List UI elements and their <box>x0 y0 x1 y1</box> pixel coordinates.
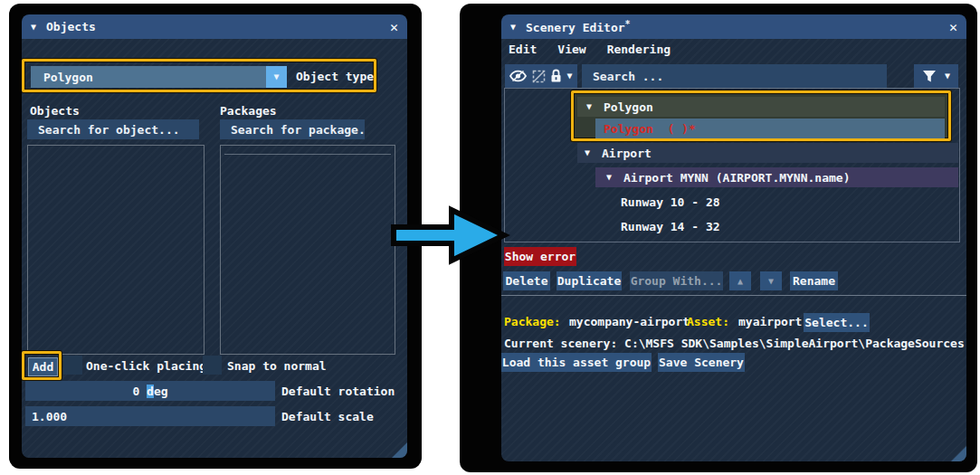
visibility-tool-group: ▼ <box>505 64 577 88</box>
package-label: Package: <box>504 315 561 328</box>
scenery-editor-window-frame: ▼ Scenery Editor* ✕ Edit View Rendering <box>460 4 977 472</box>
rename-label: Rename <box>793 274 835 288</box>
objects-panel: ▼ Objects ✕ Polygon ▼ Object type Object… <box>22 14 407 458</box>
caret-down-icon[interactable]: ▼ <box>586 102 592 111</box>
add-button-label: Add <box>33 360 53 374</box>
filter-funnel-icon[interactable] <box>922 70 937 83</box>
load-asset-group-label: Load this asset group <box>502 356 651 369</box>
selection-marquee-icon[interactable] <box>532 70 546 83</box>
package-search-input[interactable] <box>220 119 365 139</box>
rotation-value-rest: eg <box>154 385 168 398</box>
close-icon[interactable]: ✕ <box>949 19 957 35</box>
menu-view[interactable]: View <box>557 43 585 59</box>
arrow-up-icon: ▲ <box>737 276 743 286</box>
caret-down-icon[interactable]: ▼ <box>585 148 590 157</box>
add-button-highlight-box: Add <box>22 351 62 380</box>
rotation-value-selection: d <box>147 385 154 398</box>
collapse-caret-icon[interactable]: ▼ <box>510 23 516 32</box>
add-button[interactable]: Add <box>28 357 58 376</box>
tree-group-airport-mynn[interactable]: ▼ Airport MYNN (AIRPORT.MYNN.name) <box>595 167 958 187</box>
group-with-button[interactable]: Group With... <box>630 271 723 290</box>
tree-group-polygon-label: Polygon <box>604 100 653 114</box>
object-type-label: Object type <box>296 70 374 83</box>
tree-group-airport[interactable]: ▼ Airport <box>577 143 958 163</box>
default-scale-input[interactable]: 1.000 <box>25 406 275 426</box>
scenery-editor-panel: ▼ Scenery Editor* ✕ Edit View Rendering <box>501 14 966 461</box>
object-type-value: Polygon <box>43 71 93 84</box>
load-asset-group-button[interactable]: Load this asset group <box>501 353 652 372</box>
arrow-down-icon: ▼ <box>768 276 774 286</box>
default-rotation-label: Default rotation <box>281 385 395 398</box>
screenshot-stage: ▼ Objects ✕ Polygon ▼ Object type Object… <box>0 0 980 475</box>
scale-value: 1.000 <box>32 410 67 423</box>
delete-label: Delete <box>506 274 548 288</box>
objects-window-frame: ▼ Objects ✕ Polygon ▼ Object type Object… <box>9 4 422 469</box>
asset-label: Asset: <box>687 315 729 328</box>
object-type-dropdown[interactable]: Polygon <box>31 66 266 88</box>
packages-list-separator <box>224 154 391 155</box>
caret-down-icon[interactable]: ▼ <box>606 173 612 182</box>
tree-group-airport-label: Airport <box>602 147 652 160</box>
tree-item-polygon-selected[interactable]: Polygon ( )* <box>595 119 945 138</box>
duplicate-button[interactable]: Duplicate <box>557 271 622 290</box>
scenery-editor-title-text: Scenery Editor <box>526 21 625 34</box>
objects-column-header: Objects <box>30 104 80 118</box>
default-scale-label: Default scale <box>281 410 374 423</box>
menu-bar: Edit View Rendering <box>509 43 671 59</box>
current-scenery-path: Current scenery: C:\MSFS SDK\Samples\Sim… <box>504 337 965 350</box>
rotation-value: 0 <box>132 385 147 398</box>
scenery-tree: ▼ Polygon Polygon ( )* ▼ Airport ▼ Airpo… <box>504 88 960 242</box>
collapse-caret-icon[interactable]: ▼ <box>31 23 36 32</box>
menu-edit[interactable]: Edit <box>509 43 537 59</box>
object-type-dropdown-arrow-button[interactable]: ▼ <box>266 66 287 88</box>
resize-grip[interactable] <box>951 446 966 461</box>
scenery-search-input[interactable] <box>582 64 887 88</box>
tree-item-runway-14-32[interactable]: Runway 14 - 32 <box>621 216 956 236</box>
snap-to-normal-checkbox[interactable] <box>203 356 222 375</box>
workflow-arrow-icon <box>385 199 516 276</box>
object-search-input[interactable] <box>27 119 199 139</box>
asset-value: myairport <box>738 315 802 328</box>
group-with-label: Group With... <box>631 274 723 288</box>
chevron-down-icon[interactable]: ▼ <box>567 71 573 81</box>
objects-titlebar[interactable]: ▼ Objects ✕ <box>22 14 407 39</box>
tree-item-runway-10-28-label: Runway 10 - 28 <box>621 195 720 209</box>
objects-list[interactable] <box>27 145 205 355</box>
scenery-editor-titlebar[interactable]: ▼ Scenery Editor* ✕ <box>501 14 966 39</box>
tree-group-airport-mynn-label: Airport MYNN (AIRPORT.MYNN.name) <box>623 171 850 185</box>
eye-icon[interactable] <box>509 70 527 82</box>
chevron-down-icon: ▼ <box>273 72 279 81</box>
save-scenery-label: Save Scenery <box>659 356 744 369</box>
filter-tool-group: ▼ <box>914 64 958 88</box>
tree-group-polygon[interactable]: ▼ Polygon <box>577 97 945 117</box>
scenery-editor-title: Scenery Editor* <box>526 19 631 34</box>
chevron-down-icon[interactable]: ▼ <box>945 71 950 81</box>
tree-item-polygon-label: Polygon ( )* <box>604 122 696 136</box>
lock-icon[interactable] <box>550 69 562 83</box>
snap-to-normal-label: Snap to normal <box>227 359 327 373</box>
tree-item-runway-14-32-label: Runway 14 - 32 <box>621 220 720 233</box>
modified-indicator: * <box>625 19 631 29</box>
select-label: Select... <box>804 316 868 329</box>
package-value: mycompany-airport <box>569 315 690 328</box>
one-click-placing-label: One-click placing <box>86 359 206 373</box>
packages-column-header: Packages <box>220 104 277 118</box>
one-click-placing-checkbox[interactable] <box>63 356 82 375</box>
section-divider <box>501 295 966 296</box>
selected-group-highlight-box: ▼ Polygon Polygon ( )* <box>571 90 951 141</box>
save-scenery-button[interactable]: Save Scenery <box>658 353 745 372</box>
object-type-highlight-box: Polygon ▼ Object type <box>22 59 376 92</box>
select-package-button[interactable]: Select... <box>804 313 870 332</box>
tree-item-runway-10-28[interactable]: Runway 10 - 28 <box>621 192 956 212</box>
duplicate-label: Duplicate <box>557 274 621 288</box>
default-rotation-input[interactable]: 0 deg <box>25 381 275 401</box>
objects-panel-title: Objects <box>46 20 96 33</box>
rename-button[interactable]: Rename <box>790 271 838 290</box>
packages-list[interactable] <box>220 145 395 355</box>
close-icon[interactable]: ✕ <box>390 19 398 35</box>
resize-grip[interactable] <box>392 442 407 458</box>
move-down-button[interactable]: ▼ <box>760 271 782 290</box>
move-up-button[interactable]: ▲ <box>729 271 751 290</box>
menu-rendering[interactable]: Rendering <box>607 43 671 59</box>
